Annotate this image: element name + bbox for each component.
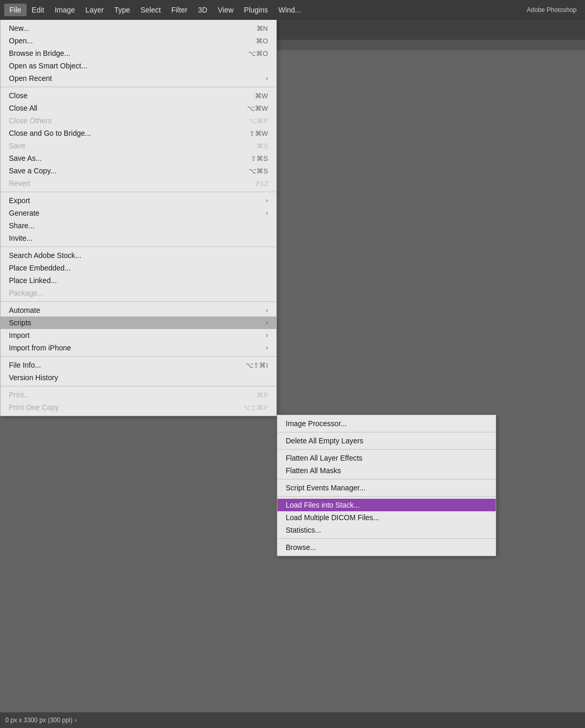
scripts-item-load-dicom[interactable]: Load Multiple DICOM Files...: [277, 511, 496, 524]
scripts-item-image-processor[interactable]: Image Processor...: [277, 417, 496, 430]
menu-item-import-label: Import: [9, 331, 30, 339]
menu-item-browse-bridge[interactable]: Browse in Bridge... ⌥⌘O: [1, 47, 276, 60]
menu-item-export[interactable]: Export ›: [1, 194, 276, 207]
menu-item-save-as-label: Save As...: [9, 154, 42, 162]
menu-item-print-label: Print...: [9, 391, 30, 399]
scripts-item-delete-empty-layers-label: Delete All Empty Layers: [286, 437, 364, 445]
menubar-item-select[interactable]: Select: [135, 4, 166, 16]
status-bar: 0 px x 3300 px (300 ppi) ›: [0, 712, 585, 728]
menubar-item-image[interactable]: Image: [50, 4, 80, 16]
menubar-item-filter[interactable]: Filter: [166, 4, 193, 16]
menubar-item-view[interactable]: View: [213, 4, 239, 16]
menu-item-close-all[interactable]: Close All ⌥⌘W: [1, 102, 276, 114]
menu-item-import-iphone[interactable]: Import from iPhone ›: [1, 342, 276, 354]
scripts-item-delete-empty-layers[interactable]: Delete All Empty Layers: [277, 435, 496, 447]
separator-5: [1, 356, 276, 357]
menu-item-save: Save ⌘S: [1, 139, 276, 152]
menu-item-close-all-shortcut: ⌥⌘W: [247, 104, 268, 112]
scripts-item-flatten-effects-label: Flatten All Layer Effects: [286, 454, 362, 462]
menu-item-save-copy[interactable]: Save a Copy... ⌥⌘S: [1, 165, 276, 177]
menu-item-version-history[interactable]: Version History: [1, 371, 276, 384]
menubar-item-window[interactable]: Wind...: [273, 4, 307, 16]
menu-item-import[interactable]: Import ›: [1, 329, 276, 342]
scripts-separator-5: [277, 538, 496, 539]
file-menu: New... ⌘N Open... ⌘O Browse in Bridge...…: [0, 20, 277, 416]
separator-6: [1, 386, 276, 386]
scripts-item-statistics-label: Statistics...: [286, 526, 321, 534]
separator-2: [1, 192, 276, 192]
scripts-item-script-events-label: Script Events Manager...: [286, 484, 366, 492]
menubar-item-plugins[interactable]: Plugins: [239, 4, 273, 16]
menu-item-place-linked[interactable]: Place Linked...: [1, 274, 276, 287]
menu-item-print-shortcut: ⌘P: [256, 391, 268, 399]
menu-item-save-as-shortcut: ⇧⌘S: [251, 155, 268, 162]
menu-item-open-smart[interactable]: Open as Smart Object...: [1, 60, 276, 72]
menu-item-automate[interactable]: Automate ›: [1, 304, 276, 316]
menu-item-close-others: Close Others ⌥⌘P: [1, 114, 276, 127]
menu-item-close-others-shortcut: ⌥⌘P: [249, 117, 268, 125]
menu-item-browse-bridge-label: Browse in Bridge...: [9, 49, 71, 57]
menu-item-search-stock[interactable]: Search Adobe Stock...: [1, 249, 276, 262]
menu-item-share-label: Share...: [9, 221, 34, 230]
scripts-item-flatten-masks[interactable]: Flatten All Masks: [277, 464, 496, 477]
menu-item-invite-label: Invite...: [9, 234, 32, 242]
menu-item-invite[interactable]: Invite...: [1, 232, 276, 244]
scripts-item-browse[interactable]: Browse...: [277, 541, 496, 554]
import-iphone-arrow-icon: ›: [266, 344, 268, 351]
menubar-item-file[interactable]: File: [4, 4, 27, 16]
menu-item-print: Print... ⌘P: [1, 389, 276, 401]
menu-item-save-copy-shortcut: ⌥⌘S: [249, 167, 268, 175]
menu-item-export-label: Export: [9, 196, 30, 205]
menu-item-place-embedded[interactable]: Place Embedded...: [1, 262, 276, 274]
menu-item-print-one-copy-shortcut: ⌥⇧⌘P: [243, 404, 268, 412]
menu-item-file-info-label: File Info...: [9, 361, 41, 369]
scripts-item-image-processor-label: Image Processor...: [286, 419, 347, 428]
menu-item-save-copy-label: Save a Copy...: [9, 167, 56, 175]
import-arrow-icon: ›: [266, 332, 268, 339]
menu-item-open-shortcut: ⌘O: [256, 37, 268, 45]
menu-item-open[interactable]: Open... ⌘O: [1, 34, 276, 47]
menu-item-scripts[interactable]: Scripts ›: [1, 316, 276, 329]
menu-item-save-as[interactable]: Save As... ⇧⌘S: [1, 152, 276, 165]
menu-item-browse-bridge-shortcut: ⌥⌘O: [248, 50, 268, 57]
export-arrow-icon: ›: [266, 197, 268, 204]
scripts-separator-1: [277, 432, 496, 432]
separator-3: [1, 246, 276, 247]
menu-item-new-shortcut: ⌘N: [256, 25, 268, 32]
menu-item-package-label: Package...: [9, 289, 43, 297]
menu-item-close-go-bridge[interactable]: Close and Go to Bridge... ⇧⌘W: [1, 127, 276, 139]
menu-item-share[interactable]: Share...: [1, 219, 276, 232]
separator-1: [1, 87, 276, 87]
menu-item-version-history-label: Version History: [9, 373, 58, 382]
menubar-item-type[interactable]: Type: [109, 4, 135, 16]
menu-item-generate[interactable]: Generate ›: [1, 207, 276, 219]
menubar-item-edit[interactable]: Edit: [27, 4, 50, 16]
menu-item-file-info[interactable]: File Info... ⌥⇧⌘I: [1, 359, 276, 371]
menu-item-new[interactable]: New... ⌘N: [1, 22, 276, 34]
menu-item-close-others-label: Close Others: [9, 116, 52, 125]
menu-item-package: Package...: [1, 287, 276, 299]
menu-item-automate-label: Automate: [9, 306, 40, 314]
menubar-item-3d[interactable]: 3D: [193, 4, 213, 16]
menu-item-open-recent[interactable]: Open Recent ›: [1, 72, 276, 85]
scripts-item-statistics[interactable]: Statistics...: [277, 524, 496, 536]
menu-item-save-shortcut: ⌘S: [256, 142, 268, 150]
menu-item-close-go-bridge-label: Close and Go to Bridge...: [9, 129, 91, 137]
menu-item-close[interactable]: Close ⌘W: [1, 89, 276, 102]
status-bar-arrow[interactable]: ›: [75, 717, 77, 724]
menu-item-scripts-label: Scripts: [9, 319, 31, 327]
scripts-item-load-files-stack[interactable]: Load Files into Stack...: [277, 499, 496, 511]
menu-item-close-shortcut: ⌘W: [255, 92, 268, 100]
menu-item-generate-label: Generate: [9, 209, 39, 217]
menu-item-open-smart-label: Open as Smart Object...: [9, 62, 87, 70]
separator-4: [1, 301, 276, 302]
scripts-item-script-events[interactable]: Script Events Manager...: [277, 482, 496, 494]
menubar-item-layer[interactable]: Layer: [80, 4, 109, 16]
menu-item-place-linked-label: Place Linked...: [9, 276, 57, 285]
menu-item-print-one-copy-label: Print One Copy: [9, 403, 59, 412]
scripts-item-flatten-effects[interactable]: Flatten All Layer Effects: [277, 452, 496, 464]
scripts-separator-3: [277, 479, 496, 479]
menu-item-close-label: Close: [9, 91, 28, 100]
menu-item-close-go-bridge-shortcut: ⇧⌘W: [249, 130, 268, 137]
app-title: Adobe Photoshop: [527, 6, 581, 14]
